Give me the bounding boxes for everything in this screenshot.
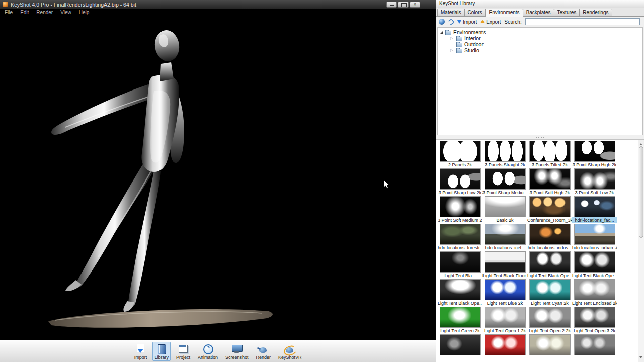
environment-thumbnail-image: [574, 334, 615, 355]
menu-item[interactable]: Render: [36, 10, 53, 15]
material-sphere-icon[interactable]: [439, 19, 445, 25]
environment-thumbnail-label: Light Tent Black Ope...: [527, 273, 572, 279]
import-button-label: Import: [463, 19, 477, 25]
panel-splitter[interactable]: [436, 136, 644, 139]
environment-thumbnail-label: 3 Point Sharp Mediu...: [482, 190, 527, 196]
environment-thumbnail[interactable]: Light Tent Black Ope...: [572, 251, 617, 279]
expand-icon[interactable]: [450, 48, 454, 52]
main-toolbar: Import Library Project Animation: [0, 340, 436, 362]
main-toolbar-button[interactable]: KeyShotVR: [276, 342, 304, 361]
keyshot-main-window: KeyShot 4.0 Pro - FinalRendersLightingA2…: [0, 0, 436, 362]
menu-item[interactable]: Help: [79, 10, 90, 15]
environment-thumbnail-label: Basic 2k: [482, 217, 527, 223]
environment-thumbnail[interactable]: 3 Point Sharp Low 2k: [438, 168, 482, 196]
scroll-down-button[interactable]: [638, 356, 644, 362]
environment-thumbnail[interactable]: 2 Panels 2k: [438, 141, 482, 168]
library-tab[interactable]: Renderings: [579, 9, 612, 16]
environment-thumbnail-label: hdri-locations_icel...: [482, 245, 527, 251]
close-button[interactable]: [410, 2, 420, 8]
environment-thumbnail[interactable]: Light Tent Black Ope...: [438, 279, 482, 306]
folder-icon: [456, 37, 462, 41]
main-toolbar-button-label: Screenshot: [225, 355, 249, 360]
main-toolbar-button[interactable]: Project: [174, 342, 192, 361]
environment-thumbnail-label: Conference_Room_3k: [527, 217, 572, 223]
library-window-title: KeyShot Library: [439, 1, 475, 6]
environment-thumbnail[interactable]: [572, 334, 617, 361]
folder-icon: [445, 31, 451, 35]
environment-thumbnail-label: hdri-locations_fac...: [572, 217, 617, 223]
library-tab[interactable]: Colors: [464, 9, 486, 16]
environment-thumbnail[interactable]: Light Tent Open 1 2k: [482, 307, 527, 334]
thumbnail-scrollbar[interactable]: [638, 140, 644, 362]
minimize-button[interactable]: [386, 2, 397, 8]
refresh-icon[interactable]: [447, 18, 455, 25]
scroll-up-button[interactable]: [638, 140, 644, 146]
environment-thumbnail[interactable]: 3 Point Sharp Mediu...: [482, 168, 527, 196]
environment-thumbnail-label: Light Tent Open 2 2k: [527, 328, 572, 334]
main-toolbar-button[interactable]: Library: [152, 342, 171, 361]
environment-thumbnail[interactable]: Light Tent Black Ope...: [527, 251, 572, 279]
render-viewport[interactable]: [0, 16, 436, 340]
tree-item-environments[interactable]: Environments: [439, 29, 641, 35]
environment-thumbnail-label: 3 Point Soft High 2k: [527, 190, 572, 196]
expand-icon[interactable]: [450, 36, 454, 40]
environment-thumbnail[interactable]: [482, 334, 527, 361]
environment-thumbnail[interactable]: Light Tent Open 3 2k: [572, 307, 617, 334]
library-titlebar[interactable]: KeyShot Library: [436, 0, 644, 8]
environment-thumbnail[interactable]: Light Tent Open 2 2k: [527, 307, 572, 334]
environment-thumbnail[interactable]: Light Tent Cyan 2k: [527, 279, 572, 306]
menu-item[interactable]: Edit: [20, 10, 29, 15]
environment-thumbnail[interactable]: [438, 334, 482, 361]
environment-thumbnail[interactable]: hdri-locations_fac...: [572, 196, 617, 223]
menu-item[interactable]: File: [5, 10, 13, 15]
import-button[interactable]: Import: [457, 18, 477, 26]
environment-thumbnail[interactable]: hdri-locations_urban_4k: [572, 224, 617, 251]
main-titlebar[interactable]: KeyShot 4.0 Pro - FinalRendersLightingA2…: [0, 0, 436, 9]
collapse-icon[interactable]: [440, 31, 443, 34]
library-tab[interactable]: Materials: [437, 9, 465, 16]
maximize-button[interactable]: [398, 2, 409, 8]
environment-thumbnail-label: Light Tent Bla...: [438, 273, 482, 279]
environment-thumbnail[interactable]: [527, 334, 572, 361]
environment-thumbnail[interactable]: 3 Point Soft Medium 2k: [438, 196, 482, 223]
main-toolbar-button[interactable]: Render: [254, 342, 273, 361]
scrollbar-thumb[interactable]: [639, 146, 643, 238]
environment-thumbnail-image: [485, 168, 526, 190]
environment-thumbnail[interactable]: Light Tent Bla...: [438, 251, 482, 279]
environment-thumbnail[interactable]: 3 Panels Straight 2k: [482, 141, 527, 168]
tree-item[interactable]: Studio: [439, 47, 641, 53]
environment-thumbnail[interactable]: Light Tent Enclosed 2k: [572, 279, 617, 306]
library-tab[interactable]: Textures: [554, 9, 580, 16]
main-toolbar-button-label: Animation: [198, 355, 218, 360]
environment-thumbnail[interactable]: Basic 2k: [482, 196, 527, 223]
library-tab[interactable]: Backplates: [523, 9, 554, 16]
environment-thumbnail[interactable]: Conference_Room_3k: [527, 196, 572, 223]
environment-thumbnail-image: [529, 307, 571, 328]
environment-thumbnail-label: [527, 355, 572, 361]
environment-thumbnail[interactable]: Light Tent Black Floor 2k: [482, 251, 527, 279]
library-tab[interactable]: Environments: [485, 9, 523, 17]
environment-thumbnail[interactable]: Light Tent Green 2k: [438, 307, 482, 334]
import-arrow-icon: [457, 20, 461, 26]
environment-thumbnail[interactable]: 3 Point Soft Low 2k: [572, 168, 617, 196]
main-toolbar-button[interactable]: Animation: [196, 342, 220, 361]
export-button[interactable]: Export: [480, 18, 501, 26]
main-toolbar-button-label: Library: [154, 355, 169, 360]
main-toolbar-button[interactable]: Screenshot: [223, 342, 251, 361]
tree-item[interactable]: Interior: [439, 35, 641, 41]
environment-thumbnail[interactable]: Light Tent Blue 2k: [482, 279, 527, 306]
environment-thumbnail[interactable]: hdri-locations_icel...: [482, 224, 527, 251]
environment-thumbnail[interactable]: 3 Point Soft High 2k: [527, 168, 572, 196]
search-input[interactable]: [525, 18, 640, 25]
main-window-title: KeyShot 4.0 Pro - FinalRendersLightingA2…: [11, 2, 136, 8]
grip-dot: [543, 137, 544, 138]
tree-item[interactable]: Outdoor: [439, 41, 641, 47]
main-toolbar-button[interactable]: Import: [132, 342, 149, 361]
environment-thumbnail-image: [485, 307, 526, 328]
menu-item[interactable]: View: [60, 10, 71, 15]
environment-thumbnail[interactable]: 3 Point Sharp High 2k: [572, 141, 617, 168]
environment-thumbnail[interactable]: hdri-locations_indus...: [527, 224, 572, 251]
environment-thumbnail[interactable]: 3 Panels Tilted 2k: [527, 141, 572, 168]
environment-thumbnail[interactable]: hdri-locations_forestr...: [438, 224, 482, 251]
environment-thumbnail-image: [574, 196, 615, 217]
